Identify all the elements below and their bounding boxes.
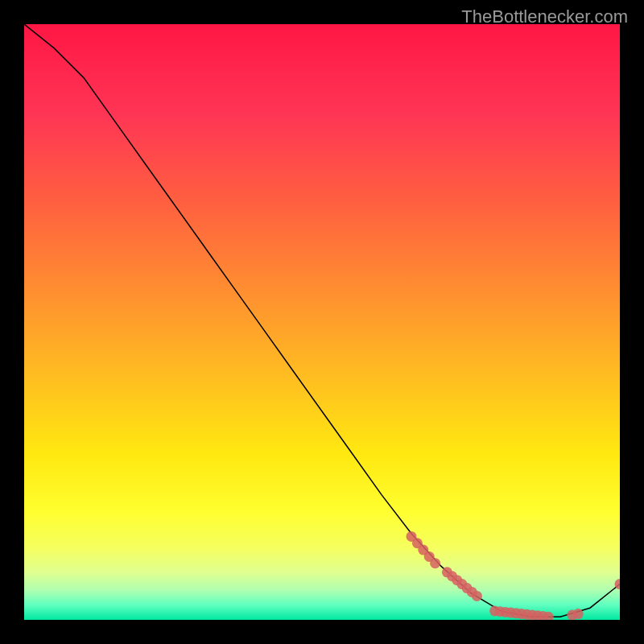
chart-container <box>24 24 620 620</box>
gradient-background <box>24 24 620 620</box>
data-marker <box>472 591 482 601</box>
watermark-text: TheBottlenecker.com <box>461 6 628 27</box>
chart-svg <box>24 24 620 620</box>
data-marker <box>573 609 584 619</box>
data-marker <box>430 558 440 568</box>
